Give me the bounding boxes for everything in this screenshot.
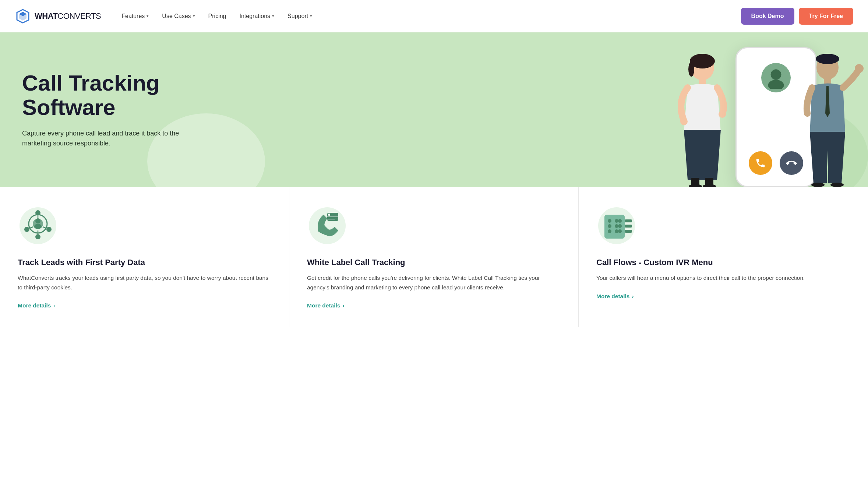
book-demo-button[interactable]: Book Demo: [741, 8, 794, 25]
svg-point-25: [34, 224, 42, 229]
track-leads-icon: [18, 205, 58, 246]
logo[interactable]: WHATCONVERTS: [15, 8, 101, 24]
svg-point-27: [35, 210, 40, 215]
hero-illustration: [610, 32, 868, 187]
card-2-link[interactable]: More details ›: [307, 302, 561, 309]
svg-point-7: [680, 118, 688, 125]
svg-point-42: [608, 219, 611, 223]
call-flows-icon: [596, 205, 637, 246]
card-3-title: Call Flows - Custom IVR Menu: [596, 258, 850, 267]
nav-links: Features ▾ Use Cases ▾ Pricing Integrati…: [116, 10, 741, 22]
svg-point-20: [811, 183, 825, 187]
card-white-label: White Label Call Tracking Get credit for…: [289, 187, 579, 327]
nav-item-pricing[interactable]: Pricing: [202, 10, 232, 22]
card-2-description: Get credit for the phone calls you're de…: [307, 273, 561, 292]
svg-point-48: [608, 229, 611, 233]
hero-content: Call Tracking Software Capture every pho…: [0, 49, 221, 170]
white-label-icon: [307, 205, 347, 246]
svg-point-28: [46, 227, 52, 232]
nav-item-support[interactable]: Support ▾: [282, 10, 318, 22]
svg-point-11: [689, 184, 702, 187]
svg-point-44: [618, 219, 622, 223]
try-for-free-button[interactable]: Try For Free: [799, 8, 853, 25]
person-left-illustration: [666, 47, 739, 187]
svg-rect-52: [625, 225, 632, 228]
svg-point-29: [24, 227, 29, 232]
svg-point-19: [855, 64, 864, 73]
chevron-down-icon: ▾: [310, 14, 312, 18]
card-1-description: WhatConverts tracks your leads using fir…: [18, 273, 271, 292]
card-call-flows: Call Flows - Custom IVR Menu Your caller…: [579, 187, 868, 327]
hero-title: Call Tracking Software: [22, 71, 199, 120]
card-2-title: White Label Call Tracking: [307, 258, 561, 267]
svg-point-37: [328, 214, 330, 216]
chevron-right-icon: ›: [632, 293, 634, 300]
svg-point-8: [719, 110, 726, 118]
chevron-right-icon: ›: [342, 302, 344, 309]
svg-rect-51: [625, 219, 632, 222]
chevron-down-icon: ▾: [193, 14, 195, 18]
hero-section: Call Tracking Software Capture every pho…: [0, 32, 868, 187]
person-right-illustration: [791, 47, 864, 187]
svg-point-49: [615, 229, 618, 233]
card-track-leads: Track Leads with First Party Data WhatCo…: [0, 187, 289, 327]
svg-point-21: [830, 183, 844, 187]
card-3-description: Your callers will hear a menu of options…: [596, 273, 850, 283]
svg-point-12: [703, 184, 716, 187]
svg-point-43: [615, 219, 618, 223]
svg-point-13: [771, 69, 781, 80]
nav-item-features[interactable]: Features ▾: [116, 10, 155, 22]
chevron-down-icon: ▾: [147, 14, 149, 18]
nav-item-use-cases[interactable]: Use Cases ▾: [156, 10, 201, 22]
nav-item-integrations[interactable]: Integrations ▾: [234, 10, 280, 22]
logo-icon: [15, 8, 31, 24]
svg-point-46: [615, 224, 618, 228]
svg-point-50: [618, 229, 622, 233]
chevron-down-icon: ▾: [272, 14, 274, 18]
svg-point-30: [35, 234, 40, 239]
card-1-link[interactable]: More details ›: [18, 302, 271, 309]
svg-point-47: [618, 224, 622, 228]
logo-text: WHATCONVERTS: [35, 11, 101, 21]
feature-cards-section: Track Leads with First Party Data WhatCo…: [0, 187, 868, 327]
phone-caller-avatar: [761, 63, 791, 92]
hero-subtitle: Capture every phone call lead and trace …: [22, 128, 199, 148]
nav-actions: Book Demo Try For Free: [741, 8, 853, 25]
svg-point-16: [816, 54, 839, 64]
chevron-right-icon: ›: [53, 302, 55, 309]
svg-point-35: [309, 207, 346, 244]
navbar: WHATCONVERTS Features ▾ Use Cases ▾ Pric…: [0, 0, 868, 32]
card-3-link[interactable]: More details ›: [596, 293, 850, 300]
svg-rect-53: [625, 230, 632, 233]
svg-point-5: [688, 62, 694, 77]
phone-accept-button: [749, 151, 772, 175]
svg-point-14: [768, 80, 784, 89]
svg-point-45: [608, 224, 611, 228]
card-1-title: Track Leads with First Party Data: [18, 258, 271, 267]
